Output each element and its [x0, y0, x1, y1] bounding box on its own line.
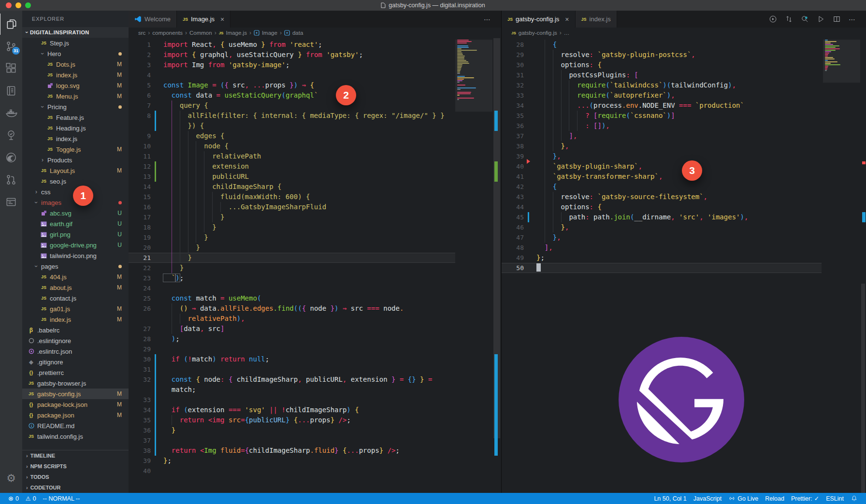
status-bell[interactable] [847, 495, 861, 502]
tab-image-js[interactable]: JSImage.js× [177, 11, 231, 28]
git-status-badge: M [117, 412, 129, 418]
file-tree-item-Hero[interactable]: ›Hero [22, 48, 129, 59]
status-0[interactable]: ⊗0 [5, 495, 22, 502]
file-tree-item-Dots.js[interactable]: JSDots.jsM [22, 59, 129, 70]
status-javascript[interactable]: JavaScript [690, 495, 725, 502]
breadcrumb-item[interactable]: data [292, 30, 303, 36]
file-tree-item-contact.js[interactable]: JScontact.js [22, 293, 129, 303]
file-tree-item-Layout.js[interactable]: JSLayout.jsM [22, 165, 129, 176]
file-tree-item-.gitignore[interactable]: ◆.gitignore [22, 357, 129, 367]
file-tree-item-gatsby-config.js[interactable]: JSgatsby-config.jsM [22, 389, 129, 399]
file-tree-item-ga01.js[interactable]: JSga01.jsM [22, 303, 129, 314]
search-icon[interactable] [801, 15, 809, 23]
breadcrumb-item[interactable]: components [152, 30, 183, 36]
file-tree-item-Products[interactable]: ›Products [22, 155, 129, 165]
activity-files-icon[interactable] [0, 14, 23, 35]
file-tree-item-index.js[interactable]: JSindex.jsM [22, 314, 129, 325]
file-tree-item-google-drive.png[interactable]: google-drive.pngU [22, 240, 129, 250]
activity-github-pr-icon[interactable] [0, 169, 22, 190]
activity-extensions-icon[interactable] [0, 58, 22, 79]
activity-edge-browser-icon[interactable] [0, 147, 22, 168]
file-tree-item-about.js[interactable]: JSabout.jsM [22, 282, 129, 293]
file-tree-item-package.json[interactable]: {}package.jsonM [22, 410, 129, 420]
file-tree-item-index.js[interactable]: JSindex.js [22, 133, 129, 144]
activity-settings-gear-icon[interactable]: ⚙ [0, 468, 22, 489]
file-tree-item-README.md[interactable]: iREADME.md [22, 420, 129, 431]
file-tree-item-gatsby-browser.js[interactable]: JSgatsby-browser.js [22, 378, 129, 389]
file-tree-item-.babelrc[interactable]: β.babelrc [22, 325, 129, 335]
breadcrumb[interactable]: src›components›Common›JSImage.js›Image›d… [129, 28, 501, 38]
file-tree-item-Heading.js[interactable]: JSHeading.js [22, 123, 129, 133]
file-tree-item-Menu.js[interactable]: JSMenu.jsM [22, 91, 129, 101]
breadcrumb-item[interactable]: gatsby-config.js [519, 30, 557, 36]
more-icon[interactable]: ⋯ [484, 15, 491, 23]
run-icon[interactable] [817, 15, 825, 23]
breadcrumb[interactable]: JSgatsby-config.js›… [502, 28, 866, 38]
file-tree-item-404.js[interactable]: JS404.jsM [22, 272, 129, 282]
file-tree-item-pages[interactable]: ›pages [22, 261, 129, 272]
js-file-icon: JS [40, 168, 48, 173]
status-reload[interactable]: Reload [762, 495, 788, 502]
status-0[interactable]: ⚠0 [22, 495, 40, 502]
play-circle-icon[interactable] [769, 15, 777, 23]
close-window-icon[interactable] [6, 2, 12, 8]
file-tree-item-girl.png[interactable]: girl.pngU [22, 229, 129, 240]
breadcrumb-item[interactable]: … [564, 30, 570, 36]
close-icon[interactable]: × [220, 15, 224, 23]
status-prettier[interactable]: Prettier:✓ [788, 495, 823, 502]
status-eslint[interactable]: ESLint [823, 495, 847, 502]
file-tree-item-Toggle.js[interactable]: JSToggle.jsM [22, 144, 129, 155]
file-label: pages [41, 263, 118, 270]
tab-welcome[interactable]: Welcome [129, 11, 177, 28]
breadcrumb-item[interactable]: Common [189, 30, 212, 36]
sidebar-section-codetour[interactable]: ›CODETOUR [22, 482, 129, 493]
symbol-icon [254, 30, 260, 36]
code-line-34: 34 ...(process.env.NODE_ENV === `product… [502, 101, 822, 111]
file-tree-item-tailwind.config.js[interactable]: JStailwind.config.js [22, 431, 129, 442]
zoom-window-icon[interactable] [25, 2, 31, 8]
window-controls[interactable] [6, 2, 31, 8]
close-icon[interactable]: × [565, 15, 569, 23]
file-tree-item-tailwind-icon.png[interactable]: tailwind-icon.png [22, 250, 129, 261]
tab-index-js[interactable]: JSindex.js [576, 11, 617, 28]
file-tree-item-abc.svg[interactable]: abc.svgU [22, 208, 129, 218]
file-tree-item-.eslintignore[interactable]: .eslintignore [22, 335, 129, 346]
activity-docker-icon[interactable] [0, 102, 22, 124]
more-icon[interactable]: ⋯ [849, 15, 855, 23]
file-tree-item-earth.gif[interactable]: earth.gifU [22, 218, 129, 229]
file-tree-item-index.js[interactable]: JSindex.jsM [22, 70, 129, 80]
split-icon[interactable] [833, 15, 841, 23]
vertical-scrollbar[interactable] [492, 38, 501, 493]
img-file-icon [40, 243, 48, 248]
breadcrumb-item[interactable]: Image.js [226, 30, 246, 36]
file-tree-item-Pricing[interactable]: ›Pricing [22, 101, 129, 112]
status-normal[interactable]: -- NORMAL -- [40, 495, 84, 502]
activity-source-control-icon[interactable]: 31 [0, 36, 22, 57]
sidebar-section-timeline[interactable]: ›TIMELINE [22, 450, 129, 461]
workspace-section-header[interactable]: › DIGITAL.INSPIRATION [22, 27, 129, 38]
breadcrumb-item[interactable]: src [138, 30, 145, 36]
file-tree-item-Feature.js[interactable]: JSFeature.js [22, 112, 129, 123]
file-tree-item-seo.js[interactable]: JSseo.js [22, 176, 129, 187]
activity-notebook-icon[interactable] [0, 80, 22, 101]
status-ln-50-col-1[interactable]: Ln 50, Col 1 [650, 495, 690, 502]
breadcrumb-item[interactable]: Image [262, 30, 277, 36]
sidebar-section-todos[interactable]: ›TODOS [22, 472, 129, 482]
file-tree-item-.eslintrc.json[interactable]: .eslintrc.json [22, 346, 129, 357]
sidebar-section-npm-scripts[interactable]: ›NPM SCRIPTS [22, 461, 129, 472]
vertical-scrollbar[interactable] [860, 38, 866, 493]
file-tree-item-package-lock.json[interactable]: {}package-lock.jsonM [22, 399, 129, 410]
file-tree-item-.prettierrc[interactable]: {}.prettierrc [22, 367, 129, 378]
tab-gatsby-config-js[interactable]: JSgatsby-config.js× [502, 11, 576, 28]
activity-browser-preview-icon[interactable] [0, 191, 22, 213]
file-tree-item-logo.svg[interactable]: logo.svgM [22, 80, 129, 91]
code-editor[interactable]: 1import React, { useMemo } from 'react';… [129, 38, 501, 493]
status-go-live[interactable]: Go Live [725, 495, 762, 502]
bell-icon [851, 495, 858, 502]
minimize-window-icon[interactable] [15, 2, 21, 8]
activity-todo-tree-icon[interactable] [0, 125, 22, 146]
compare-icon[interactable] [785, 15, 793, 23]
code-line-10: 10 node { [129, 141, 455, 151]
file-tree-item-Step.js[interactable]: JSStep.js [22, 38, 129, 48]
git-status-badge: M [117, 305, 129, 312]
